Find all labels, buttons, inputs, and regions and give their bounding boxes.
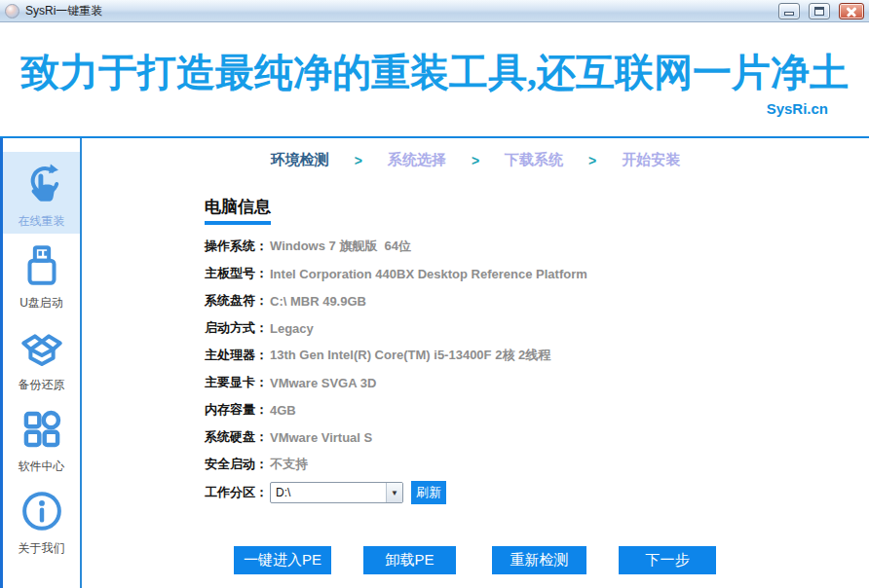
slogan-text: 致力于打造最纯净的重装工具,还互联网一片净土 (0, 22, 869, 99)
step-env-check: 环境检测 (271, 151, 329, 169)
app-logo-icon (5, 4, 19, 18)
sidebar-item-label: 软件中心 (19, 459, 65, 475)
chevron-right-icon: > (355, 153, 362, 168)
redetect-button[interactable]: 重新检测 (492, 546, 586, 574)
info-rows: 操作系统： Windows 7 旗舰版 64位 主板型号： Intel Corp… (205, 233, 869, 505)
sidebar: 在线重装 U盘启动 (0, 138, 82, 588)
row-label: 操作系统： (205, 238, 268, 255)
row-value: 13th Gen Intel(R) Core(TM) i5-13400F 2核 … (270, 347, 550, 364)
row-value: Windows 7 旗舰版 64位 (270, 238, 411, 255)
info-row-memory: 内存容量： 4GB (205, 396, 869, 423)
row-label: 工作分区： (205, 484, 268, 501)
row-value: VMware Virtual S (270, 430, 372, 445)
step-download-system: 下载系统 (505, 151, 563, 169)
hand-click-icon (15, 157, 69, 211)
row-value: 4GB (270, 403, 296, 418)
info-row-secure-boot: 安全启动： 不支持 (205, 451, 869, 478)
section-title: 电脑信息 (205, 196, 869, 218)
row-value: C:\ MBR 49.9GB (270, 294, 366, 309)
enter-pe-button[interactable]: 一键进入PE (234, 546, 331, 574)
minimize-icon[interactable] (778, 3, 800, 19)
sidebar-item-online-reinstall[interactable]: 在线重装 (3, 152, 80, 234)
row-value: 不支持 (270, 456, 308, 473)
info-circle-icon (15, 484, 69, 538)
chevron-down-icon: ▼ (386, 483, 402, 502)
sidebar-item-software-center[interactable]: 软件中心 (3, 397, 80, 479)
refresh-button[interactable]: 刷新 (411, 481, 446, 504)
usb-drive-icon (15, 239, 69, 293)
row-label: 系统盘符： (205, 292, 268, 310)
computer-info-section: 电脑信息 (205, 196, 869, 225)
partition-row: 工作分区： D:\ ▼ 刷新 (205, 480, 869, 505)
info-row-disk: 系统硬盘： VMware Virtual S (205, 423, 869, 451)
sidebar-item-label: 在线重装 (19, 213, 65, 230)
main-panel: 环境检测 > 系统选择 > 下载系统 > 开始安装 电脑信息 操作系统： Win… (82, 138, 869, 588)
sidebar-item-about-us[interactable]: 关于我们 (3, 479, 80, 561)
sidebar-item-backup-restore[interactable]: 备份还原 (3, 315, 80, 397)
header-banner: 致力于打造最纯净的重装工具,还互联网一片净土 SysRi.cn (0, 22, 869, 136)
chevron-right-icon: > (588, 153, 596, 168)
info-row-motherboard: 主板型号： Intel Corporation 440BX Desktop Re… (205, 260, 869, 287)
step-start-install: 开始安装 (622, 151, 680, 169)
info-row-system-drive: 系统盘符： C:\ MBR 49.9GB (205, 287, 869, 314)
uninstall-pe-button[interactable]: 卸载PE (363, 546, 456, 574)
section-underline (205, 221, 271, 225)
sidebar-item-usb-boot[interactable]: U盘启动 (3, 234, 80, 315)
partition-selected-value: D:\ (271, 483, 386, 502)
close-icon[interactable] (839, 3, 864, 19)
sidebar-item-label: 关于我们 (19, 540, 65, 557)
steps-nav: 环境检测 > 系统选择 > 下载系统 > 开始安装 (82, 151, 869, 169)
row-value: Intel Corporation 440BX Desktop Referenc… (270, 267, 587, 281)
row-label: 安全启动： (205, 456, 268, 473)
row-label: 内存容量： (205, 401, 268, 419)
action-buttons: 一键进入PE 卸载PE 重新检测 下一步 (82, 546, 869, 574)
titlebar[interactable]: SysRi一键重装 (0, 0, 869, 22)
open-box-icon (15, 320, 69, 375)
app-grid-icon (15, 402, 69, 457)
info-row-gpu: 主要显卡： VMware SVGA 3D (205, 369, 869, 396)
row-label: 系统硬盘： (205, 428, 268, 446)
sidebar-item-label: U盘启动 (19, 295, 63, 312)
row-label: 启动方式： (205, 319, 268, 337)
info-row-os: 操作系统： Windows 7 旗舰版 64位 (205, 233, 869, 260)
window-controls (778, 2, 864, 19)
sidebar-item-label: 备份还原 (19, 377, 65, 393)
window-title: SysRi一键重装 (25, 3, 778, 19)
row-label: 主要显卡： (205, 374, 268, 391)
step-system-select: 系统选择 (388, 151, 446, 169)
partition-select[interactable]: D:\ ▼ (270, 482, 403, 503)
info-row-cpu: 主处理器： 13th Gen Intel(R) Core(TM) i5-1340… (205, 342, 869, 369)
body: 在线重装 U盘启动 (0, 138, 869, 588)
app-window: SysRi一键重装 致力于打造最纯净的重装工具,还互联网一片净土 SysRi.c… (0, 0, 869, 588)
info-row-boot-mode: 启动方式： Legacy (205, 314, 869, 342)
site-label: SysRi.cn (767, 100, 828, 117)
maximize-icon[interactable] (809, 3, 830, 19)
row-label: 主板型号： (205, 265, 268, 282)
row-label: 主处理器： (205, 347, 268, 364)
next-step-button[interactable]: 下一步 (619, 546, 716, 574)
row-value: Legacy (270, 321, 314, 336)
chevron-right-icon: > (472, 153, 479, 168)
row-value: VMware SVGA 3D (270, 376, 376, 390)
